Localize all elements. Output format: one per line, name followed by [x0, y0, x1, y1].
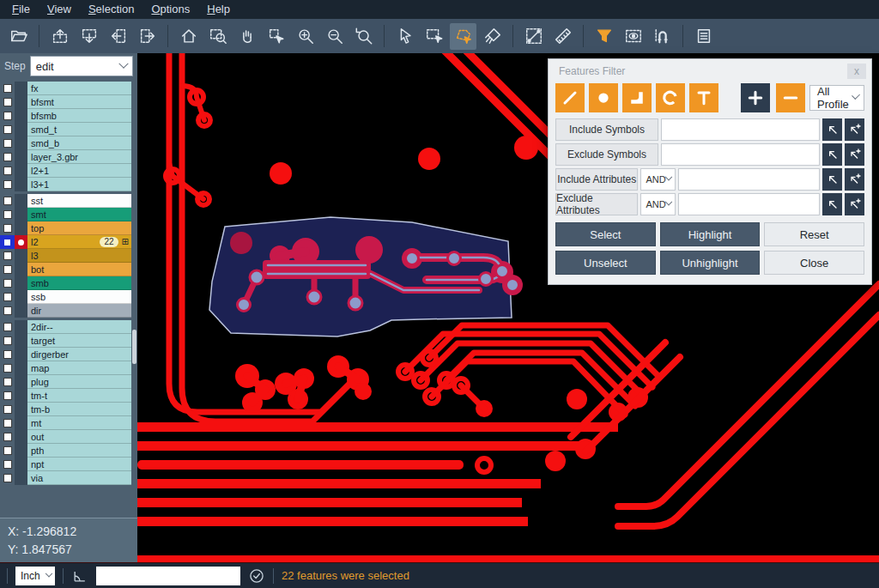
layer-active-indicator[interactable]	[15, 320, 27, 334]
layer-row-dirgerber[interactable]: dirgerber	[0, 348, 137, 361]
layer-row-l3[interactable]: l3	[0, 249, 137, 263]
layer-row-ssb[interactable]: ssb	[0, 290, 137, 304]
profile-dropdown[interactable]: All Profile	[809, 85, 864, 111]
layer-active-indicator[interactable]	[15, 375, 27, 389]
menu-item-selection[interactable]: Selection	[80, 0, 142, 19]
pan-hand-button[interactable]	[233, 23, 260, 50]
reset-button[interactable]: Reset	[764, 222, 864, 246]
layer-row-l2+1[interactable]: l2+1	[0, 164, 137, 178]
layer-row-sst[interactable]: sst	[0, 194, 137, 208]
layer-row-l2[interactable]: l222⊞	[0, 235, 137, 249]
menu-item-help[interactable]: Help	[198, 0, 239, 19]
surface-feature-button[interactable]	[622, 83, 652, 112]
menu-item-file[interactable]: File	[3, 0, 39, 19]
feature-info-button[interactable]	[690, 23, 717, 50]
close-button[interactable]: Close	[764, 251, 864, 275]
units-dropdown[interactable]: Inch	[15, 567, 55, 585]
layer-active-indicator[interactable]	[15, 123, 27, 136]
layer-row-target[interactable]: target	[0, 334, 137, 348]
add-filter-button[interactable]	[741, 83, 770, 112]
layer-checkbox[interactable]	[0, 263, 15, 276]
layer-row-layer_3.gbr[interactable]: layer_3.gbr	[0, 150, 137, 164]
layer-checkbox[interactable]	[0, 430, 15, 444]
layer-checkbox[interactable]	[0, 444, 15, 458]
layer-active-indicator[interactable]	[15, 444, 27, 458]
layer-active-indicator[interactable]	[15, 348, 27, 361]
layer-active-indicator[interactable]	[15, 164, 27, 178]
layer-active-indicator[interactable]	[15, 136, 27, 150]
layer-active-indicator[interactable]	[15, 221, 27, 235]
remove-filter-button[interactable]	[776, 83, 805, 112]
exclude-attributes-button[interactable]: Exclude Attributes	[555, 193, 638, 215]
unselect-button[interactable]: Unselect	[555, 251, 656, 275]
layer-checkbox[interactable]	[0, 208, 15, 221]
layer-active-indicator[interactable]	[15, 334, 27, 348]
exclude-attributes-input[interactable]	[678, 193, 820, 215]
layer-active-indicator[interactable]	[15, 178, 27, 191]
layer-checkbox[interactable]	[0, 150, 15, 164]
features-filter-button[interactable]	[591, 23, 617, 50]
layer-row-l3+1[interactable]: l3+1	[0, 178, 137, 191]
include-symbols-button[interactable]: Include Symbols	[555, 118, 658, 141]
layer-checkbox[interactable]	[0, 82, 15, 95]
view-move-right-button[interactable]	[134, 23, 161, 50]
layer-checkbox[interactable]	[0, 320, 15, 334]
layer-checkbox[interactable]	[0, 178, 15, 191]
layer-checkbox[interactable]	[0, 375, 15, 389]
layer-active-indicator[interactable]	[15, 458, 27, 471]
include-symbols-input[interactable]	[661, 118, 820, 141]
pick-symbol-button[interactable]	[822, 143, 842, 166]
layer-row-out[interactable]: out	[0, 430, 137, 444]
layer-checkbox[interactable]	[0, 164, 15, 178]
layer-row-2dir--[interactable]: 2dir--	[0, 320, 137, 334]
layer-active-indicator[interactable]	[15, 208, 27, 221]
layer-checkbox[interactable]	[0, 276, 15, 290]
exclude-attributes-logic-dropdown[interactable]: AND	[640, 193, 676, 215]
zoom-object-button[interactable]	[263, 23, 289, 50]
dialog-title-bar[interactable]: Features Filter x	[549, 59, 871, 81]
layer-active-indicator[interactable]	[15, 150, 27, 164]
selection-polygon[interactable]	[209, 217, 523, 336]
layer-row-smt[interactable]: smt	[0, 208, 137, 221]
layer-checkbox[interactable]	[0, 194, 15, 208]
layer-active-indicator[interactable]	[15, 235, 27, 249]
step-dropdown[interactable]: edit	[30, 56, 133, 76]
layer-active-indicator[interactable]	[15, 194, 27, 208]
view-options-button[interactable]	[620, 23, 646, 50]
pick-add-symbol-button[interactable]	[845, 118, 864, 141]
zoom-out-button[interactable]	[321, 23, 348, 50]
layer-active-indicator[interactable]	[15, 290, 27, 304]
open-folder-button[interactable]	[5, 23, 32, 50]
layer-checkbox[interactable]	[0, 95, 15, 109]
layer-checkbox[interactable]	[0, 471, 15, 485]
layer-checkbox[interactable]	[0, 249, 15, 263]
text-feature-button[interactable]	[689, 83, 718, 112]
command-input[interactable]	[96, 567, 240, 585]
layer-checkbox[interactable]	[0, 416, 15, 430]
sync-check-icon[interactable]	[248, 567, 265, 585]
include-attributes-button[interactable]: Include Attributes	[555, 168, 638, 191]
layer-row-tm-b[interactable]: tm-b	[0, 403, 137, 416]
clear-selection-brush-button[interactable]	[479, 23, 506, 50]
select-pointer-button[interactable]	[391, 23, 418, 50]
layer-active-indicator[interactable]	[15, 249, 27, 263]
layer-row-smb[interactable]: smb	[0, 276, 137, 290]
view-move-up-button[interactable]	[46, 23, 73, 50]
layer-checkbox[interactable]	[0, 334, 15, 348]
layer-active-indicator[interactable]	[15, 263, 27, 276]
layer-checkbox[interactable]	[0, 136, 15, 150]
layer-row-bfsmb[interactable]: bfsmb	[0, 109, 137, 123]
pick-attribute-button[interactable]	[822, 193, 842, 215]
layer-active-indicator[interactable]	[15, 82, 27, 95]
menu-item-options[interactable]: Options	[142, 0, 198, 19]
layer-active-indicator[interactable]	[15, 95, 27, 109]
layer-row-fx[interactable]: fx	[0, 82, 137, 95]
layer-checkbox[interactable]	[0, 221, 15, 235]
include-attributes-input[interactable]	[678, 168, 820, 191]
line-feature-button[interactable]	[555, 83, 585, 112]
exclude-symbols-button[interactable]: Exclude Symbols	[555, 143, 658, 166]
select-polygon-button[interactable]	[450, 23, 476, 50]
view-move-left-button[interactable]	[105, 23, 131, 50]
close-icon[interactable]: x	[847, 64, 866, 79]
layer-active-indicator[interactable]	[15, 471, 27, 485]
